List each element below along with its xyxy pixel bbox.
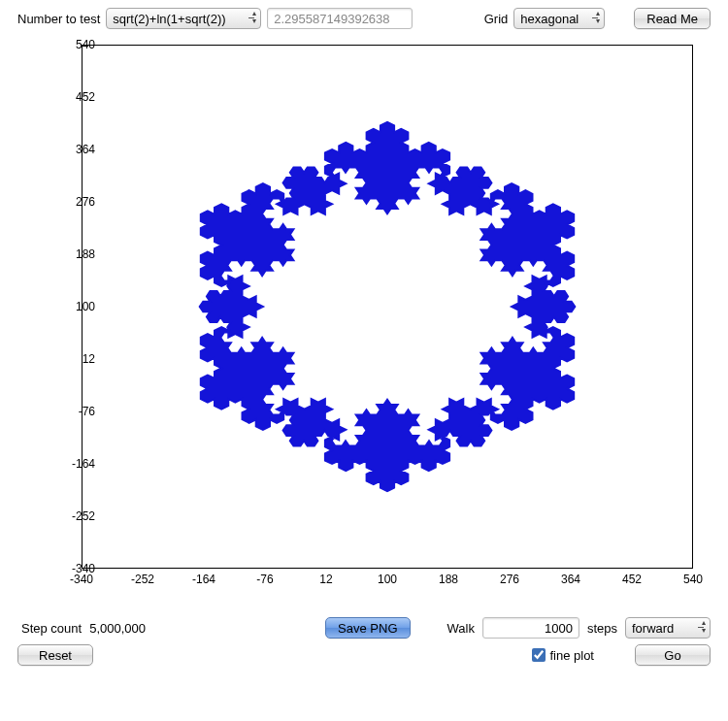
x-tick-label: -340: [70, 573, 93, 586]
x-tick-label: 188: [439, 573, 458, 586]
walk-label: Walk: [447, 621, 475, 636]
steps-label: steps: [587, 621, 617, 636]
x-tick-label: 540: [683, 573, 703, 586]
readme-button[interactable]: Read Me: [634, 8, 711, 29]
number-value-field: [267, 8, 413, 29]
x-tick-label: 100: [378, 573, 397, 586]
x-tick-label: 364: [561, 573, 580, 586]
x-tick-label: 276: [500, 573, 519, 586]
x-tick-label: -164: [192, 573, 215, 586]
x-tick-label: -252: [131, 573, 154, 586]
save-png-button[interactable]: Save PNG: [325, 617, 410, 639]
go-button[interactable]: Go: [635, 644, 711, 666]
walk-steps-input[interactable]: [482, 617, 579, 639]
grid-select[interactable]: hexagonal: [513, 8, 605, 29]
plot-area: 540 452 364 276 188 100 12 -76 -164 -252…: [33, 39, 712, 611]
x-tick-label: 452: [622, 573, 642, 586]
fine-plot-check-input[interactable]: [532, 648, 546, 662]
step-count-value: 5,000,000: [89, 621, 146, 636]
step-count-label: Step count: [21, 621, 82, 636]
fine-plot-checkbox[interactable]: fine plot: [532, 648, 594, 663]
x-tick-label: 12: [319, 573, 332, 586]
number-select[interactable]: sqrt(2)+ln(1+sqrt(2)): [106, 8, 261, 29]
grid-label: Grid: [484, 12, 509, 26]
direction-select[interactable]: forward: [625, 617, 711, 639]
reset-button[interactable]: Reset: [17, 644, 93, 666]
number-label: Number to test: [17, 12, 100, 26]
fine-plot-label: fine plot: [549, 648, 594, 663]
x-tick-label: -76: [256, 573, 273, 586]
plot-path: [82, 45, 693, 569]
